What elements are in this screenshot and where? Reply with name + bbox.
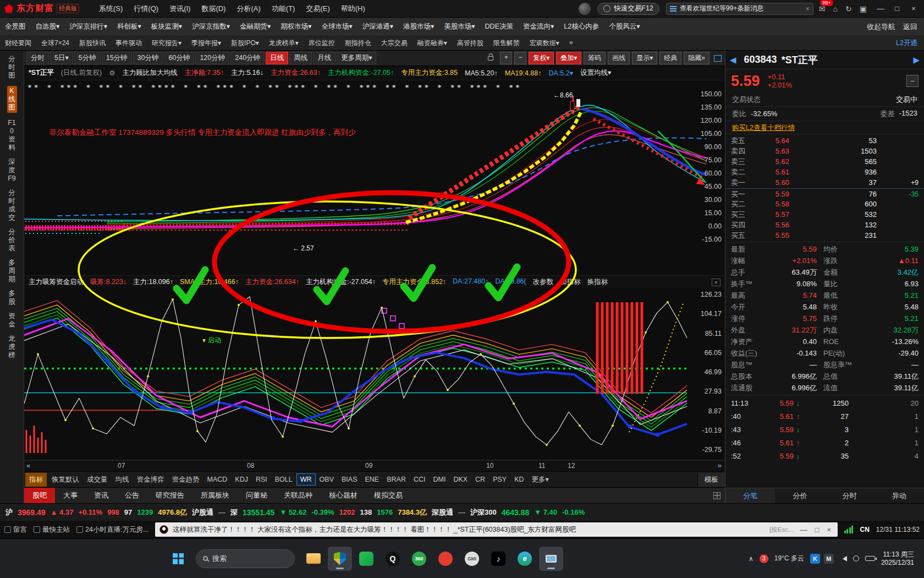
menu-item[interactable]: 数据(D) bbox=[201, 4, 226, 14]
index-field[interactable]: +0.11% bbox=[78, 508, 102, 516]
menu-item[interactable]: 系统(S) bbox=[99, 4, 123, 14]
index-field[interactable]: 3969.49 bbox=[18, 508, 46, 517]
quote-tab[interactable]: 分时 bbox=[825, 488, 875, 503]
nav-item[interactable]: 自选股▾ bbox=[31, 22, 65, 31]
bottom-tab[interactable]: 核心题材 bbox=[321, 488, 366, 503]
indicator-tab[interactable]: 指标 bbox=[25, 473, 47, 487]
subnav-item[interactable]: 龙虎榜单▾ bbox=[264, 39, 304, 48]
indicator-tab[interactable]: DMI bbox=[429, 473, 449, 486]
sidebar-item[interactable]: K线图 bbox=[7, 86, 17, 113]
bottom-tab[interactable]: 模拟交易 bbox=[366, 488, 411, 503]
tool-button[interactable]: + bbox=[500, 52, 512, 64]
home-icon[interactable]: ⌂ bbox=[833, 4, 838, 13]
indicator-tab[interactable]: BRAR bbox=[383, 473, 410, 486]
period-tab[interactable]: 5分钟 bbox=[74, 52, 101, 64]
subnav-item[interactable]: 限售解禁 bbox=[488, 39, 525, 48]
period-tab[interactable]: 60分钟 bbox=[164, 52, 195, 64]
subnav-item[interactable]: 研究报告▾ bbox=[147, 39, 186, 48]
nav-item[interactable]: 全球市场▾ bbox=[316, 22, 357, 31]
index-field[interactable]: ▼ 52.62 bbox=[279, 508, 306, 516]
subnav-item[interactable]: 全球7×24 bbox=[36, 39, 74, 48]
subnav-item[interactable]: 季报年报▾ bbox=[186, 39, 226, 48]
subnav-item[interactable]: 财经要闻 bbox=[0, 39, 36, 48]
menu-item[interactable]: 帮助(H) bbox=[341, 4, 365, 14]
order-row[interactable]: 买二 5.58 600 bbox=[725, 199, 924, 209]
index-field[interactable]: ▼ 7.40 bbox=[534, 508, 557, 516]
order-row[interactable]: 卖一 5.60 37 +9 bbox=[725, 177, 924, 188]
indicator-tab[interactable]: 成交量 bbox=[83, 473, 112, 487]
network-icon[interactable] bbox=[853, 555, 859, 561]
period-tab[interactable]: 月线 bbox=[313, 52, 336, 64]
news-window-control[interactable]: — bbox=[800, 526, 807, 534]
quote-tab[interactable]: 异动 bbox=[875, 488, 924, 503]
sidebar-item[interactable]: 资金 bbox=[7, 312, 17, 329]
order-row[interactable]: 买一 5.59 76 -35 bbox=[725, 188, 924, 199]
message-search-box[interactable]: 查看欢瑞世纪等99+条新消息 × bbox=[666, 3, 813, 15]
period-tab[interactable]: 日线 bbox=[266, 52, 288, 64]
index-field[interactable]: 深股通 bbox=[432, 508, 453, 517]
index-field[interactable]: ▲ 4.37 bbox=[51, 508, 74, 516]
menu-item[interactable]: 行情(Q) bbox=[134, 4, 158, 14]
l2-purchase-link[interactable]: 购买L2查看十档行情 bbox=[725, 121, 924, 134]
indicator-tab[interactable]: BOLL bbox=[271, 473, 296, 486]
bottom-tab[interactable]: 所属板块 bbox=[193, 488, 238, 503]
period-tab[interactable]: 周线 bbox=[289, 52, 312, 64]
nav-item[interactable]: 金融期货▾ bbox=[235, 22, 276, 31]
layout-icon[interactable]: ▣ bbox=[860, 4, 867, 13]
template-tab[interactable]: 模板 bbox=[697, 473, 725, 487]
subnav-item[interactable]: 新股快讯 bbox=[74, 39, 111, 48]
prev-stock-arrow[interactable]: ◀ bbox=[730, 55, 736, 65]
indicator-tab[interactable]: BIAS bbox=[338, 473, 361, 486]
sidebar-item[interactable]: 多周期 bbox=[7, 259, 17, 283]
panel-grid-icon[interactable] bbox=[713, 492, 721, 499]
index-field[interactable]: 97 bbox=[124, 508, 132, 516]
period-tab[interactable]: 分时 bbox=[26, 52, 49, 64]
nav-right-link[interactable]: 收起导航 bbox=[867, 22, 895, 32]
indicator-tab[interactable]: MACD bbox=[204, 473, 232, 486]
menu-item[interactable]: 交易(E) bbox=[306, 4, 329, 14]
index-field[interactable]: 沪 bbox=[6, 508, 13, 517]
tool-button[interactable]: − bbox=[514, 52, 526, 64]
refresh-icon[interactable]: ↻ bbox=[845, 4, 852, 13]
bottom-tab[interactable]: 股吧 bbox=[24, 488, 55, 503]
ime-indicator[interactable]: CN bbox=[860, 526, 869, 533]
tray-app-icon[interactable]: M bbox=[824, 554, 834, 564]
indicator-tab[interactable]: OBV bbox=[316, 473, 338, 486]
lock-icon[interactable] bbox=[488, 56, 493, 61]
nav-item[interactable]: 资金流向▾ bbox=[518, 22, 559, 31]
index-field[interactable]: 13551.45 bbox=[243, 508, 274, 517]
subnav-item[interactable]: 席位监控 bbox=[304, 39, 340, 48]
indicator-tab[interactable]: WR bbox=[296, 473, 316, 486]
bottom-tab[interactable]: 大事 bbox=[55, 488, 86, 503]
period-tab[interactable]: 120分钟 bbox=[195, 52, 229, 64]
taskbar-app-icon[interactable] bbox=[354, 547, 378, 571]
index-field[interactable]: -0.39% bbox=[311, 508, 334, 516]
news-window-control[interactable]: □ bbox=[815, 526, 820, 534]
news-window[interactable]: 这样就算洗干净了！！！！ 大家没有这个指标，主力还是在大力吸筹！！！！ 看图！！… bbox=[155, 522, 838, 537]
taskbar-app-icon[interactable]: Q bbox=[381, 547, 405, 571]
order-row[interactable]: 卖二 5.61 936 bbox=[725, 167, 924, 177]
notification-badge[interactable]: 3 bbox=[760, 554, 768, 563]
nav-item[interactable]: DDE决策 bbox=[480, 22, 518, 31]
taskbar-app-icon[interactable]: GMI bbox=[460, 547, 484, 571]
bottom-tab[interactable]: 研究报告 bbox=[147, 488, 193, 503]
index-field[interactable]: 4976.8亿 bbox=[158, 508, 187, 517]
taskbar-app-icon[interactable]: e bbox=[513, 547, 537, 571]
sidebar-item[interactable]: 多股 bbox=[7, 290, 17, 306]
indicator-tab[interactable]: DKX bbox=[449, 473, 471, 486]
main-chart[interactable]: 150.00135.00120.00105.0090.0075.0060.004… bbox=[24, 80, 725, 275]
period-tab[interactable]: 5日▾ bbox=[50, 52, 73, 64]
news-window-control[interactable]: × bbox=[827, 526, 831, 534]
indicator-tab[interactable]: 均线 bbox=[112, 473, 133, 487]
taskbar-app-icon[interactable] bbox=[328, 547, 352, 571]
l2-open-link[interactable]: L2开通 bbox=[896, 39, 924, 48]
index-field[interactable]: 4643.88 bbox=[502, 508, 530, 517]
sidebar-item[interactable]: F10资料 bbox=[7, 119, 17, 152]
indicator-tab[interactable]: PSY bbox=[489, 473, 510, 486]
nav-item[interactable]: 沪深港通▾ bbox=[358, 22, 398, 31]
indicator-tab[interactable]: 资金趋势 bbox=[168, 473, 204, 487]
tray-app-icon[interactable]: K bbox=[810, 554, 820, 564]
subnav-item[interactable]: 融资融券▾ bbox=[413, 39, 452, 48]
indicator-tab[interactable]: CCI bbox=[410, 473, 430, 486]
scroll-right-icon[interactable]: » bbox=[718, 461, 722, 470]
